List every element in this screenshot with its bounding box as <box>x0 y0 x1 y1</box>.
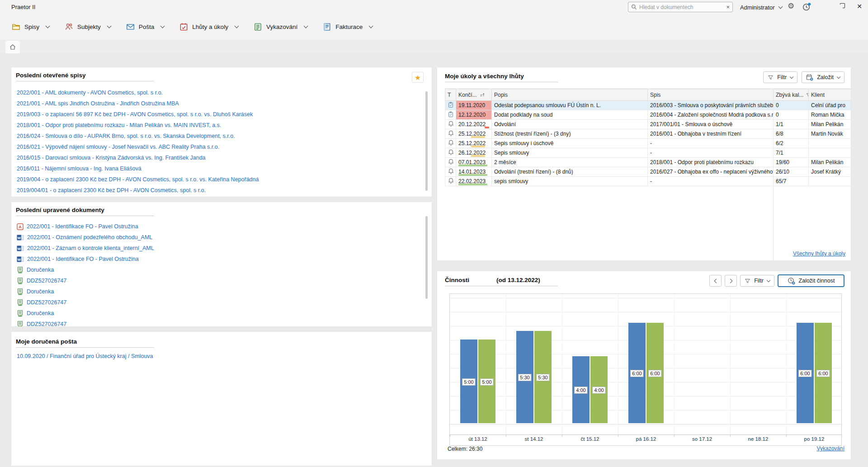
task-row[interactable]: 14.01.2023Odvolání (trestní řízení) - (8… <box>445 167 851 177</box>
scrollbar[interactable] <box>425 216 428 299</box>
task-row[interactable]: 25.12.2022Stížnost (trestní řízení) - (3… <box>445 129 851 139</box>
chart-gridline <box>450 340 841 340</box>
item-link[interactable]: 2022/001 - Záznam o kontrole klienta_int… <box>27 245 154 251</box>
col-remaining[interactable]: Zbývá kal... <box>774 89 809 101</box>
task-row[interactable]: 26.12.2022Sepis smlouvy-7/1 <box>445 148 851 158</box>
remaining-cell: 1/1 <box>774 120 809 129</box>
list-item: 2019/004 - o zaplacení 2300 Kč bez DPH -… <box>17 174 259 185</box>
item-link[interactable]: 2016/011 - Nájemní smlouva - Ing. Ivana … <box>17 165 142 172</box>
file-cell: 2018/001 - Odpor proti platebnímu rozkaz… <box>648 158 774 167</box>
item-link[interactable]: 2016/015 - Darovací smlouva - Kristýna Z… <box>17 155 206 161</box>
task-row[interactable]: 20.12.2022Odvolání2017/001/01 - Smlouva … <box>445 120 851 129</box>
item-link[interactable]: 2022/001 - Oznámení podezřelého obchodu_… <box>27 234 152 241</box>
item-link[interactable]: DDZ527026747 <box>27 299 66 306</box>
chart-vline <box>506 294 506 434</box>
all-deadlines-link[interactable]: Všechny lhůty a úkoly <box>793 250 845 257</box>
task-row[interactable]: 22.02.2023sepis smlouvy-65/7 <box>445 177 851 186</box>
item-link[interactable]: Doručenka <box>27 288 54 295</box>
item-link[interactable]: 2019/004/01 - o zaplacení 2300 Kč bez DP… <box>17 187 206 193</box>
remaining-cell: 6/2 <box>774 139 809 148</box>
create-activity-button[interactable]: Založit činnost <box>778 274 844 287</box>
panel-inbox: Moje doručená pošta 10.09.2020 / Finančn… <box>11 332 432 466</box>
menu-item-vykazov-n-[interactable]: Vykazování <box>253 20 308 34</box>
remaining-cell: 7/1 <box>774 148 809 158</box>
presence-clock-icon[interactable] <box>802 2 811 13</box>
item-link[interactable]: Doručenka <box>27 310 54 316</box>
client-cell: Josef Krátký <box>809 167 851 177</box>
col-type[interactable]: T <box>445 89 456 101</box>
col-due-date[interactable]: Končí... <box>456 89 492 101</box>
svg-text:ZFO: ZFO <box>19 271 22 273</box>
bar-value-label: 5:00 <box>480 378 493 386</box>
task-type-cell <box>445 120 456 129</box>
col-file[interactable]: Spis <box>648 89 774 101</box>
client-cell: Martin Novák <box>809 129 851 139</box>
menu-item-label: Subjekty <box>77 24 104 30</box>
activities-filter-button[interactable]: Filtr <box>740 275 774 287</box>
tasks-create-button[interactable]: Založit <box>802 71 844 83</box>
task-row[interactable]: 12.12.2020Dodat podklady na soud2016/004… <box>445 110 851 120</box>
item-link[interactable]: 2022/001 - AML dokumenty - AVON Cosmetic… <box>17 90 163 96</box>
search-input[interactable] <box>639 4 724 10</box>
menu-item-spisy[interactable]: Spisy <box>11 20 50 34</box>
user-menu[interactable]: Administrator <box>740 2 782 12</box>
item-link[interactable]: 2019/003 - o zaplacení 56 897 Kč bez DPH… <box>17 111 253 118</box>
search-box[interactable]: × <box>628 2 733 12</box>
item-link[interactable]: DDZ527026747 <box>27 321 66 326</box>
chart-next-button[interactable] <box>725 275 737 287</box>
clock-plus-icon <box>788 277 795 285</box>
remaining-cell: 65/7 <box>774 177 809 186</box>
item-link[interactable]: DDZ527026747 <box>27 278 66 284</box>
tasks-filter-button[interactable]: Filtr <box>763 71 797 83</box>
description-cell: Sepis smlouvy <box>492 148 648 158</box>
chevron-down-icon <box>160 24 165 28</box>
vykazovani-link[interactable]: Vykazování <box>816 445 844 452</box>
menu-item-po-ta[interactable]: Pošta <box>125 20 165 34</box>
tab-strip <box>0 40 868 53</box>
item-link[interactable]: 2019/004 - o zaplacení 2300 Kč bez DPH -… <box>17 176 259 183</box>
minimize-button[interactable] <box>814 0 829 13</box>
chart-gridline <box>450 424 841 425</box>
list-item: ZFODDZ527026747 <box>17 297 154 308</box>
description-cell: Odvolání (trestní řízení) - (8 dnů) <box>492 167 648 177</box>
search-clear-icon[interactable]: × <box>726 4 730 10</box>
client-cell <box>809 177 851 186</box>
chart-prev-button[interactable] <box>709 275 722 287</box>
task-icon <box>448 113 454 119</box>
item-link[interactable]: 2022/001 - Identifikace FO - Pavel Ostru… <box>27 223 138 230</box>
task-row[interactable]: 19.11.2020Odeslat podepsanou smlouvu FÚ … <box>445 101 851 110</box>
col-description[interactable]: Popis <box>492 89 648 101</box>
close-button[interactable]: ✕ <box>852 0 867 13</box>
item-link[interactable]: 2016/024 - Smlouva o dílo - AUPARK Brno,… <box>17 133 235 139</box>
list-item: ZFODoručenka <box>17 264 154 275</box>
task-row[interactable]: 25.12.2022Sepis smlouvy i úschově-6/2 <box>445 139 851 148</box>
settings-gear-icon[interactable]: ⚙ <box>788 1 794 11</box>
description-cell: Dodat podklady na soud <box>492 110 648 120</box>
menu-item-lh-ty-a-koly[interactable]: Lhůty a úkoly <box>179 20 239 34</box>
tab-home[interactable] <box>5 41 20 53</box>
item-link[interactable]: 2022/001 - Identifikace FO - Pavel Ostru… <box>27 256 139 262</box>
restore-button[interactable] <box>833 0 848 13</box>
bell-icon <box>448 170 454 176</box>
client-cell <box>809 139 851 148</box>
col-client[interactable]: Klient <box>809 89 851 101</box>
item-link[interactable]: 2021/001 - AML spis Jindřich Ostružina -… <box>17 100 179 107</box>
favorites-star-button[interactable]: ★ <box>412 72 424 83</box>
item-link[interactable]: 10.09.2020 / Finanční úřad pro Ústecký k… <box>17 353 153 359</box>
item-link[interactable]: Doručenka <box>27 267 54 273</box>
task-row[interactable]: 07.01.20232 měsíce2018/001 - Odpor proti… <box>445 158 851 167</box>
scrollbar[interactable] <box>425 91 428 191</box>
menu-item-fakturace[interactable]: Fakturace <box>322 20 373 34</box>
due-date-cell: 07.01.2023 <box>456 158 492 167</box>
item-link[interactable]: 2016/021 - Výpověď nájení smlouvy - Jose… <box>17 144 219 150</box>
bar-value-label: 5:00 <box>462 378 475 386</box>
activities-bar-chart: út 13.12st 14.12čt 15.12pá 16.12so 17.12… <box>449 293 842 446</box>
list-item: 2016/024 - Smlouva o dílo - AUPARK Brno,… <box>17 131 259 142</box>
bar-value-label: 4:00 <box>574 387 587 394</box>
svg-text:W: W <box>17 236 21 240</box>
deadline-progress-bar <box>458 184 487 185</box>
item-link[interactable]: 2018/001 - Odpor proti platebnímu rozkaz… <box>17 122 221 128</box>
menu-item-subjekty[interactable]: Subjekty <box>64 20 112 34</box>
zfo-icon: ZFO <box>17 299 24 306</box>
chevron-down-icon <box>234 24 239 28</box>
